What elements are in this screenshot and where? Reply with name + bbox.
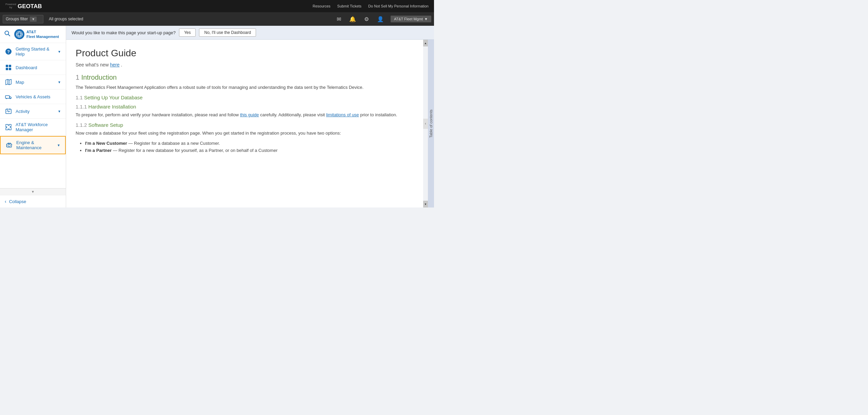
resources-link[interactable]: Resources <box>313 4 331 8</box>
yes-button[interactable]: Yes <box>179 28 196 37</box>
activity-icon-svg <box>5 108 12 115</box>
att-name-text: AT&T Fleet Management <box>26 29 59 39</box>
groups-filter-button[interactable]: Groups filter ▼ <box>3 15 43 23</box>
options-list: I'm a New Customer — Register for a data… <box>76 140 412 154</box>
all-groups-text: All groups selected <box>49 17 83 21</box>
content-collapse-arrow-button[interactable]: ‹ <box>423 119 428 129</box>
content-scroll-up-button[interactable]: ▲ <box>423 40 428 46</box>
att-icon-svg <box>15 30 23 38</box>
hardware-body-prefix: To prepare for, perform and verify your … <box>76 112 240 117</box>
setup-heading-text: Setting Up Your Database <box>84 95 143 100</box>
svg-marker-13 <box>6 79 11 85</box>
new-customer-bold: I'm a New Customer <box>85 141 127 146</box>
subtitle-prefix: See what's new <box>76 62 110 67</box>
svg-line-2 <box>8 34 10 36</box>
svg-rect-24 <box>9 143 11 144</box>
collapse-button[interactable]: ‹ Collapse <box>0 195 66 208</box>
hardware-body-mid: carefully. Additionally, please visit <box>260 112 326 117</box>
article-title: Product Guide <box>76 48 412 59</box>
sidebar-item-engine[interactable]: Engine & Maintenance ▼ <box>0 136 66 154</box>
top-nav-left: Powered by GEOTAB <box>5 2 52 10</box>
search-svg <box>4 30 11 37</box>
sidebar: AT&T Fleet Management ? Getting Started … <box>0 26 66 208</box>
engine-label: Engine & Maintenance <box>16 140 54 150</box>
software-heading-text: Software Setup <box>88 122 123 128</box>
sidebar-header: AT&T Fleet Management <box>0 26 66 43</box>
envelope-icon[interactable]: ✉ <box>335 15 342 24</box>
hardware-number: 1.1.1 <box>76 104 87 110</box>
getting-started-chevron-icon: ▼ <box>58 50 61 54</box>
setup-number: 1.1 <box>76 95 83 100</box>
sidebar-item-getting-started[interactable]: ? Getting Started & Help ▼ <box>0 43 66 60</box>
svg-rect-9 <box>6 65 8 67</box>
collapse-chevron-icon: ‹ <box>5 199 6 204</box>
sidebar-item-activity[interactable]: Activity ▼ <box>0 104 66 119</box>
gear-icon[interactable]: ⚙ <box>363 15 370 24</box>
puzzle-icon-svg <box>5 124 12 131</box>
content-scroll-down-button[interactable]: ▼ <box>423 201 428 208</box>
this-guide-link[interactable]: this guide <box>240 112 259 117</box>
startup-question: Would you like to make this page your st… <box>72 30 176 35</box>
activity-label: Activity <box>16 109 54 114</box>
hardware-heading: 1.1.1 Hardware Installation <box>76 104 412 110</box>
user-label: AT&T Fleet Mgmt <box>394 17 423 21</box>
svg-text:GEOTAB: GEOTAB <box>18 3 42 9</box>
search-icon[interactable] <box>4 30 11 39</box>
second-bar: Groups filter ▼ All groups selected ✉ 🔔 … <box>0 12 434 26</box>
map-icon <box>5 78 12 86</box>
svg-point-18 <box>10 98 11 99</box>
submit-tickets-link[interactable]: Submit Tickets <box>337 4 362 8</box>
sidebar-scroll: ? Getting Started & Help ▼ Dashboard <box>0 43 66 188</box>
sidebar-scroll-indicator: ▼ <box>0 188 66 195</box>
sidebar-item-workforce[interactable]: AT&T Workforce Manager <box>0 119 66 136</box>
subtitle-suffix: . <box>121 62 122 67</box>
intro-number: 1 <box>76 74 79 81</box>
content-area: Would you like to make this page your st… <box>66 26 434 208</box>
sidebar-item-dashboard[interactable]: Dashboard <box>0 60 66 75</box>
user-icon[interactable]: 👤 <box>376 15 385 24</box>
bell-icon[interactable]: 🔔 <box>348 15 357 24</box>
help-circle-icon: ? <box>5 48 12 55</box>
svg-rect-16 <box>5 96 9 98</box>
svg-rect-10 <box>9 65 11 67</box>
workforce-label: AT&T Workforce Manager <box>16 122 61 132</box>
svg-rect-12 <box>9 68 11 70</box>
map-chevron-icon: ▼ <box>58 80 61 84</box>
activity-chevron-icon: ▼ <box>58 110 61 113</box>
new-customer-text: — Register for a database as a new Custo… <box>128 141 220 146</box>
software-body: Now create a database for your fleet usi… <box>76 130 412 137</box>
partner-bold: I'm a Partner <box>85 148 112 153</box>
dashboard-icon-svg <box>5 64 12 71</box>
top-nav: Powered by GEOTAB Resources Submit Ticke… <box>0 0 434 12</box>
intro-heading: 1 Introduction <box>76 74 412 81</box>
user-badge[interactable]: AT&T Fleet Mgmt ▼ <box>391 16 431 22</box>
setup-heading: 1.1 Setting Up Your Database <box>76 95 412 100</box>
att-circle-icon <box>14 29 24 39</box>
puzzle-icon <box>5 123 12 131</box>
truck-icon-svg <box>5 93 12 100</box>
no-dashboard-button[interactable]: No, I'll use the Dashboard <box>199 28 256 37</box>
toc-label: Table of contents <box>429 110 433 138</box>
map-icon-svg <box>5 79 12 85</box>
engine-icon <box>5 141 13 149</box>
svg-text:?: ? <box>7 49 10 54</box>
groups-filter-label: Groups filter <box>6 17 28 21</box>
content-wrapper: ▲ Product Guide See what's new here . 1 … <box>66 40 434 208</box>
partner-text: — Register for a new database for yourse… <box>113 148 278 153</box>
truck-icon <box>5 93 12 100</box>
sidebar-item-vehicles[interactable]: Vehicles & Assets <box>0 90 66 104</box>
article-subtitle: See what's new here . <box>76 62 412 67</box>
sidebar-item-map[interactable]: Map ▼ <box>0 75 66 90</box>
engine-icon-svg <box>6 142 13 149</box>
do-not-sell-link[interactable]: Do Not Sell My Personal Information <box>368 4 429 8</box>
list-item-partner: I'm a Partner — Register for a new datab… <box>85 147 412 154</box>
toc-tab[interactable]: Table of contents <box>428 40 434 208</box>
subtitle-link[interactable]: here <box>110 62 120 67</box>
software-number: 1.1.2 <box>76 122 87 128</box>
getting-started-label: Getting Started & Help <box>16 46 54 57</box>
startup-bar: Would you like to make this page your st… <box>66 26 434 40</box>
limitations-link[interactable]: limitations of use <box>326 112 359 117</box>
svg-point-17 <box>6 98 7 99</box>
user-chevron-icon: ▼ <box>424 17 428 21</box>
map-label: Map <box>16 80 54 85</box>
